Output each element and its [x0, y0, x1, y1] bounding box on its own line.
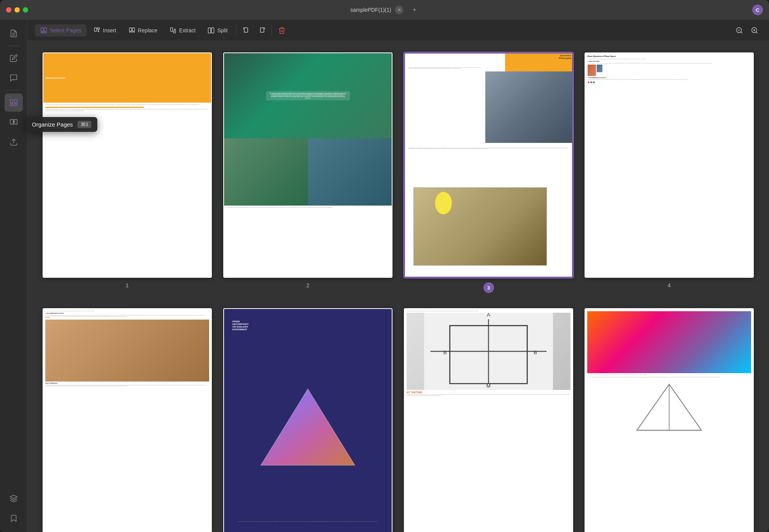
titlebar-title-area: samplePDF(1)(1) ✕ +: [350, 6, 418, 14]
p8-gradient-img: [587, 311, 751, 373]
toolbar-divider-1: [236, 25, 237, 36]
p5-text3: The composition of ordered points here m…: [45, 385, 209, 386]
rotate-right-button[interactable]: [255, 24, 269, 37]
replace-icon: [129, 27, 135, 34]
p5-title-string: String: [45, 317, 209, 318]
page-thumb-content-5: Points also have dominant and recessive …: [43, 309, 211, 532]
sidebar-item-export[interactable]: [5, 133, 23, 151]
titlebar: samplePDF(1)(1) ✕ + C: [0, 0, 769, 20]
p2-mid-right: [308, 138, 392, 206]
pages-area[interactable]: Building environment Combined with pract…: [27, 41, 769, 532]
delete-button[interactable]: [275, 24, 289, 37]
split-button[interactable]: Split: [202, 24, 233, 36]
page-item-3[interactable]: GeometricPhilosophy The specific point o…: [404, 52, 573, 293]
page-thumb-content-3: GeometricPhilosophy The specific point o…: [405, 54, 572, 277]
user-avatar[interactable]: C: [752, 5, 763, 15]
minimize-traffic-light[interactable]: [14, 7, 20, 13]
p3-desc: The specific point of the image can be e…: [408, 67, 482, 69]
p7-text2: everyone thought that white light was pu…: [407, 394, 570, 396]
p3-geo-text: In geometry, topology, and related branc…: [408, 147, 569, 150]
sidebar-item-document[interactable]: [5, 24, 23, 43]
page-number-1: 1: [126, 282, 129, 288]
p2-mid-left: [224, 138, 308, 206]
zoom-in-button[interactable]: [748, 24, 761, 37]
p7-diagram-svg: A B M B: [407, 313, 570, 390]
page-thumbnail-8: This experiment can be repeated over and…: [585, 308, 754, 532]
sidebar-bottom: [5, 489, 23, 527]
window-title: samplePDF(1)(1): [350, 7, 391, 13]
svg-rect-19: [132, 28, 134, 31]
p6-bg: PRISMDECOMPOSITION SUNLIGHTEXPERIMENT: [224, 309, 392, 532]
page-thumb-content-8: This experiment can be repeated over and…: [585, 309, 753, 532]
page-thumb-content-1: Building environment Combined with pract…: [43, 53, 211, 277]
page-thumbnail-2: The practical results show that through …: [223, 52, 392, 278]
right-area: Select Pages Insert: [27, 20, 769, 532]
p5-sec2: LINE OF KNOWLEDGE: [45, 383, 209, 384]
p6-prism-svg: [232, 383, 383, 477]
page-item-5[interactable]: Points also have dominant and recessive …: [43, 308, 212, 532]
zoom-out-icon: [736, 27, 743, 34]
svg-rect-27: [244, 28, 248, 32]
sidebar-item-edit[interactable]: [5, 49, 23, 67]
maximize-traffic-light[interactable]: [23, 7, 28, 13]
select-pages-button[interactable]: Select Pages: [35, 24, 87, 36]
p4-text3: Point, the interpretation of "Clio" is s…: [588, 79, 751, 80]
rotate-right-icon: [258, 27, 265, 34]
p7-body: These studies laid the foundation for th…: [405, 309, 572, 532]
p5-text1: Points also have dominant and recessive …: [45, 310, 209, 312]
tab-close-button[interactable]: ✕: [395, 6, 404, 14]
svg-line-30: [741, 32, 742, 33]
svg-text:B: B: [443, 349, 447, 355]
page-item-4[interactable]: Basic Elements of Plane Space Any art co…: [585, 52, 754, 293]
page-item-7[interactable]: These studies laid the foundation for th…: [404, 308, 573, 532]
page-item-1[interactable]: Building environment Combined with pract…: [43, 52, 212, 293]
page-thumb-content-7: These studies laid the foundation for th…: [405, 309, 572, 532]
page-item-2[interactable]: The practical results show that through …: [223, 52, 392, 293]
svg-rect-5: [14, 104, 17, 106]
sidebar-item-organize[interactable]: [5, 93, 23, 112]
sidebar-item-bookmarks[interactable]: [5, 509, 23, 527]
svg-rect-18: [129, 28, 132, 31]
p4-dot2: [590, 81, 592, 83]
sidebar-item-layers[interactable]: [5, 489, 23, 508]
page-item-8[interactable]: This experiment can be repeated over and…: [585, 308, 754, 532]
svg-rect-14: [44, 32, 47, 33]
p1-text: Combined with practical cases, the build…: [45, 104, 209, 106]
insert-button[interactable]: Insert: [88, 24, 122, 36]
zoom-out-button[interactable]: [732, 24, 746, 37]
p4-img1: [588, 65, 596, 76]
p1-body: Combined with practical cases, the build…: [43, 103, 211, 113]
p3-yellow-dot: [435, 192, 452, 214]
p4-dot1: [588, 81, 589, 83]
p3-geo-img: [485, 71, 572, 143]
p4-body: Basic Elements of Plane Space Any art co…: [585, 53, 753, 277]
p3-title: GeometricPhilosophy: [559, 54, 571, 60]
page-thumb-content-2: The practical results show that through …: [224, 53, 392, 277]
svg-rect-25: [211, 28, 214, 33]
svg-text:B: B: [534, 349, 537, 355]
p3-geo-img2: [413, 187, 547, 266]
new-tab-button[interactable]: +: [410, 6, 419, 14]
p7-big-title: AT THETIME: [407, 391, 570, 394]
page-thumb-content-4: Basic Elements of Plane Space Any art co…: [585, 53, 753, 277]
sidebar-item-combine[interactable]: [5, 113, 23, 131]
svg-rect-3: [14, 100, 17, 103]
toolbar: Select Pages Insert: [27, 20, 769, 41]
p4-sec1: 1. KNOW THE POINTS: [588, 61, 751, 62]
p2-top-text: The practical results show that through …: [268, 93, 348, 99]
sidebar-item-comment[interactable]: [5, 69, 23, 87]
extract-button[interactable]: Extract: [164, 24, 201, 36]
page-item-6[interactable]: PRISMDECOMPOSITION SUNLIGHTEXPERIMENT: [223, 308, 392, 532]
replace-button[interactable]: Replace: [123, 24, 163, 36]
rotate-left-button[interactable]: [240, 24, 253, 37]
p8-text1: This experiment can be repeated over and…: [587, 374, 751, 375]
svg-rect-23: [173, 31, 176, 33]
traffic-lights: [6, 7, 28, 13]
main-content: Select Pages Insert: [0, 20, 769, 532]
p1-header: Building environment: [43, 53, 211, 103]
close-traffic-light[interactable]: [6, 7, 11, 13]
p2-mid: [224, 138, 392, 206]
sidebar-divider-2: [7, 90, 21, 90]
svg-rect-21: [170, 28, 173, 31]
svg-rect-15: [94, 28, 97, 31]
